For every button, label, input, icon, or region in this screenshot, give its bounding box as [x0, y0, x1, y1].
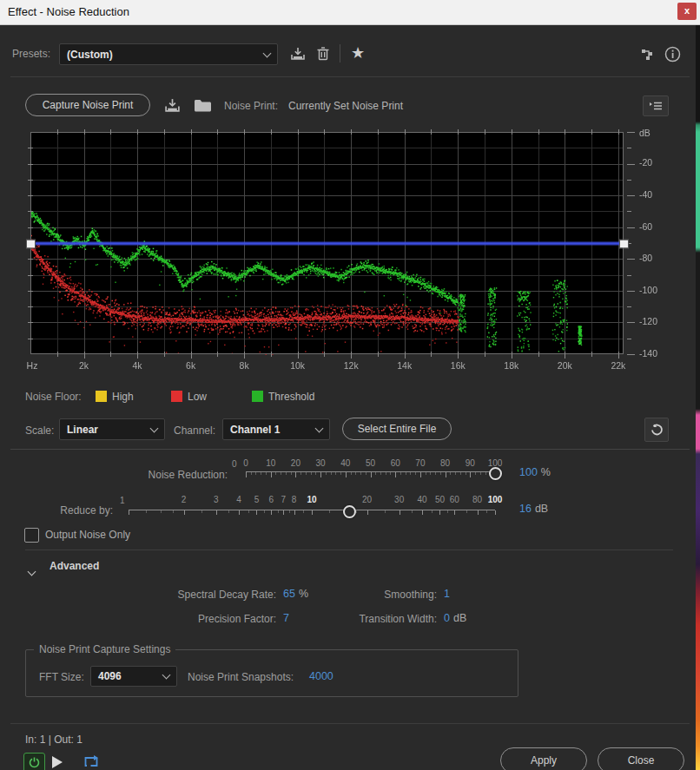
- ruler-tick: [460, 472, 461, 475]
- ruler-tick: [485, 472, 486, 475]
- reduce-by-slider-handle[interactable]: [343, 505, 356, 518]
- ruler-tick: [320, 472, 321, 477]
- ruler-tick: [248, 510, 249, 513]
- save-icon: [164, 97, 181, 114]
- ruler-tick: [161, 510, 162, 513]
- transition-width-label: Transition Width:: [295, 613, 437, 625]
- presets-label: Presets:: [12, 48, 50, 60]
- ruler-tick: [228, 510, 229, 513]
- ruler-tick: [430, 472, 431, 475]
- advanced-expander[interactable]: [29, 563, 44, 575]
- save-preset-button[interactable]: [287, 43, 308, 64]
- ruler-tick-label: 40: [340, 458, 350, 468]
- noise-print-menu-button[interactable]: [643, 95, 669, 116]
- loop-playback-button[interactable]: [81, 753, 102, 770]
- ruler-tick-label: 40: [417, 495, 426, 504]
- noise-print-snapshots-value[interactable]: 4000: [309, 670, 333, 682]
- precision-factor-value[interactable]: 7: [283, 612, 289, 624]
- toggle-effect-power-button[interactable]: [23, 753, 45, 770]
- reduce-by-value-group[interactable]: 16 dB: [519, 503, 548, 515]
- ruler-tick: [146, 510, 147, 513]
- spectral-decay-rate-value[interactable]: 65: [283, 588, 295, 600]
- presets-value: (Custom): [67, 49, 113, 61]
- section-divider: [10, 449, 690, 450]
- transition-width-value[interactable]: 0: [444, 612, 450, 624]
- window-titlebar[interactable]: Effect - Noise Reduction x: [0, 0, 700, 25]
- ruler-tick: [275, 472, 276, 475]
- smoothing-value[interactable]: 1: [444, 588, 450, 600]
- favorite-preset-button[interactable]: ★: [347, 43, 368, 63]
- ruler-tick: [455, 472, 456, 475]
- select-entire-file-button[interactable]: Select Entire File: [342, 418, 452, 440]
- ruler-tick: [351, 472, 352, 475]
- reset-settings-button[interactable]: [644, 418, 669, 442]
- preview-play-button[interactable]: [49, 754, 66, 770]
- ruler-tick: [129, 510, 129, 515]
- output-noise-only-checkbox[interactable]: [24, 528, 39, 543]
- reduce-by-slider[interactable]: 234567810203040506080100: [129, 495, 497, 517]
- load-noise-print-button[interactable]: [191, 95, 214, 115]
- noise-reduction-value-group[interactable]: 100 %: [519, 466, 551, 478]
- ruler-tick-label: 100: [488, 495, 503, 504]
- ruler-tick: [239, 510, 240, 515]
- ruler-tick: [294, 510, 295, 515]
- ruler-tick-label: 70: [415, 458, 425, 468]
- noise-print-label: Noise Print:: [224, 100, 278, 112]
- folder-icon: [194, 98, 212, 113]
- presets-dropdown[interactable]: (Custom): [59, 43, 278, 65]
- ruler-tick: [406, 472, 406, 475]
- ruler-tick: [380, 472, 381, 475]
- background-app-strip: [696, 24, 700, 770]
- noise-reduction-slider-handle[interactable]: [489, 467, 502, 480]
- legend-label-threshold: Threshold: [268, 391, 314, 403]
- close-button[interactable]: Close: [598, 747, 684, 770]
- smoothing-label: Smoothing:: [295, 589, 437, 601]
- ruler-tick: [340, 472, 341, 475]
- smoothing-value-group[interactable]: 1: [444, 588, 450, 600]
- ruler-tick: [303, 510, 304, 513]
- fft-size-dropdown[interactable]: 4096: [90, 666, 177, 687]
- legend-label-low: Low: [188, 391, 207, 403]
- transition-width-value-group[interactable]: 0 dB: [444, 612, 466, 624]
- reduce-by-value[interactable]: 16: [519, 503, 532, 515]
- apply-button[interactable]: Apply: [500, 747, 587, 770]
- ruler-tick-label: 10: [307, 495, 316, 504]
- ruler-tick: [251, 472, 252, 475]
- io-channels-text: In: 1 | Out: 1: [25, 734, 83, 746]
- ruler-tick-label: 30: [394, 495, 404, 504]
- channel-value: Channel 1: [230, 424, 280, 436]
- ruler-tick-label: 20: [362, 495, 372, 504]
- noise-reduction-value[interactable]: 100: [519, 466, 538, 478]
- close-window-button[interactable]: x: [677, 3, 697, 20]
- reduce-by-label: Reduce by:: [35, 504, 113, 517]
- scale-dropdown[interactable]: Linear: [59, 418, 165, 440]
- info-icon: [664, 46, 681, 63]
- help-info-button[interactable]: [662, 43, 683, 64]
- save-noise-print-button[interactable]: [162, 95, 182, 115]
- noise-spectrum-graph: [25, 128, 669, 385]
- ruler-tick: [216, 510, 217, 515]
- trash-icon: [316, 46, 330, 62]
- noise-spectrum-canvas[interactable]: [25, 128, 669, 385]
- delete-preset-button[interactable]: [313, 43, 333, 64]
- noise-reduction-unit: %: [541, 466, 551, 478]
- play-icon: [51, 755, 63, 769]
- noise-reduction-slider[interactable]: 0102030405060708090100: [246, 458, 498, 479]
- capture-noise-print-button[interactable]: Capture Noise Print: [25, 94, 150, 116]
- precision-factor-value-group[interactable]: 7: [283, 612, 289, 624]
- routing-icon: [641, 47, 656, 62]
- ruler-tick: [386, 472, 386, 475]
- ruler-tick: [420, 472, 421, 477]
- ruler-tick: [300, 472, 301, 475]
- ruler-tick: [480, 472, 481, 475]
- advanced-header[interactable]: Advanced: [50, 560, 99, 572]
- ruler-tick: [355, 472, 356, 475]
- ruler-tick: [390, 472, 391, 475]
- ruler-tick: [439, 510, 440, 515]
- footer-divider: [10, 723, 690, 724]
- ruler-tick: [264, 510, 265, 513]
- channel-dropdown[interactable]: Channel 1: [222, 418, 330, 440]
- toolbar-separator: [340, 44, 340, 63]
- side-chain-routing-button[interactable]: [637, 43, 658, 64]
- loop-play-icon: [83, 754, 100, 769]
